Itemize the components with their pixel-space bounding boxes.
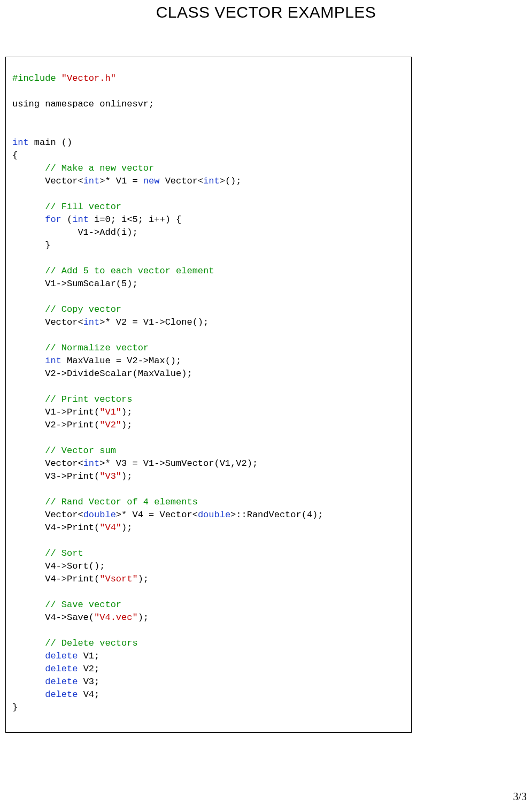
code-line: Vector< — [12, 458, 83, 469]
page-number: 3/3 — [513, 791, 527, 803]
code-line: i=0; i<5; i++) { — [89, 214, 181, 225]
code-string: "V1" — [99, 407, 121, 417]
code-string: "Vsort" — [99, 574, 137, 584]
code-line: V1->Add(i); — [12, 227, 138, 237]
code-line: V4; — [78, 689, 99, 700]
code-comment: // Vector sum — [12, 446, 116, 456]
code-string: "V4" — [99, 523, 121, 533]
code-line: >::RandVector(4); — [230, 510, 323, 520]
code-line: } — [12, 240, 50, 250]
code-line — [12, 214, 45, 225]
page: CLASS VECTOR EXAMPLES #include "Vector.h… — [0, 3, 532, 805]
code-string: "V2" — [99, 420, 121, 430]
code-keyword: double — [198, 510, 230, 520]
code-line: Vector< — [12, 510, 83, 520]
code-directive: #include — [12, 73, 56, 83]
code-comment: // Save vector — [12, 600, 121, 610]
code-line: V2->DivideScalar(MaxValue); — [12, 369, 192, 379]
code-keyword: int — [83, 458, 100, 469]
code-keyword: int — [203, 176, 220, 186]
code-line: V4->Sort(); — [12, 561, 105, 571]
code-line: V3; — [78, 677, 99, 687]
code-comment: // Delete vectors — [12, 638, 138, 648]
code-line: V1; — [78, 651, 99, 661]
code-keyword: int — [12, 137, 29, 148]
code-comment: // Make a new vector — [12, 163, 154, 173]
code-line: >* V3 = V1->SumVector(V1,V2); — [99, 458, 258, 469]
code-line: >* V2 = V1->Clone(); — [99, 317, 209, 327]
code-line: main () — [29, 137, 73, 148]
code-box: #include "Vector.h" using namespace onli… — [5, 57, 412, 733]
code-line: ); — [121, 523, 132, 533]
code-line: V2->Print( — [12, 420, 99, 430]
code-comment: // Add 5 to each vector element — [12, 266, 214, 276]
code-string: "V3" — [99, 471, 121, 481]
code-keyword: delete — [45, 677, 78, 687]
code-keyword: delete — [45, 651, 78, 661]
code-keyword: new — [143, 176, 160, 186]
code-line: ); — [121, 471, 132, 481]
code-line — [12, 664, 45, 674]
code-keyword: for — [45, 214, 61, 225]
code-line: } — [12, 702, 18, 712]
code-keyword: delete — [45, 689, 78, 700]
code-line — [12, 651, 45, 661]
code-keyword: int — [83, 317, 100, 327]
code-keyword: int — [45, 356, 61, 366]
code-line: ( — [61, 214, 72, 225]
code-line: MaxValue = V2->Max(); — [61, 356, 181, 366]
code-line: Vector< — [12, 317, 83, 327]
code-comment: // Print vectors — [12, 394, 132, 404]
code-line: V1->Print( — [12, 407, 99, 417]
code-line: V4->Save( — [12, 612, 94, 623]
code-line: ); — [121, 420, 132, 430]
code-line — [12, 689, 45, 700]
page-title: CLASS VECTOR EXAMPLES — [0, 3, 532, 21]
code-line: V3->Print( — [12, 471, 99, 481]
code-comment: // Copy vector — [12, 304, 121, 315]
code-line — [12, 677, 45, 687]
code-line: >(); — [220, 176, 242, 186]
code-comment: // Rand Vector of 4 elements — [12, 497, 198, 507]
code-string: "V4.vec" — [94, 612, 138, 623]
code-line: ); — [138, 612, 149, 623]
code-line: ); — [138, 574, 149, 584]
code-line: V1->SumScalar(5); — [12, 279, 138, 289]
code-keyword: int — [83, 176, 100, 186]
code-keyword: int — [72, 214, 89, 225]
code-line: Vector< — [12, 176, 83, 186]
code-line: >* V1 = — [99, 176, 143, 186]
code-comment: // Sort — [12, 548, 83, 558]
code-line: ); — [121, 407, 132, 417]
code-string: "Vector.h" — [61, 73, 116, 83]
code-line — [12, 356, 45, 366]
code-keyword: double — [83, 510, 116, 520]
code-line: Vector< — [159, 176, 203, 186]
code-block: #include "Vector.h" using namespace onli… — [12, 72, 405, 714]
code-line: V4->Print( — [12, 574, 99, 584]
code-line: V4->Print( — [12, 523, 99, 533]
code-line: { — [12, 150, 18, 160]
code-comment: // Fill vector — [12, 202, 121, 212]
code-comment: // Normalize vector — [12, 343, 149, 353]
code-line: >* V4 = Vector< — [116, 510, 198, 520]
code-line: using namespace onlinesvr; — [12, 99, 154, 109]
code-keyword: delete — [45, 664, 78, 674]
code-line: V2; — [78, 664, 99, 674]
